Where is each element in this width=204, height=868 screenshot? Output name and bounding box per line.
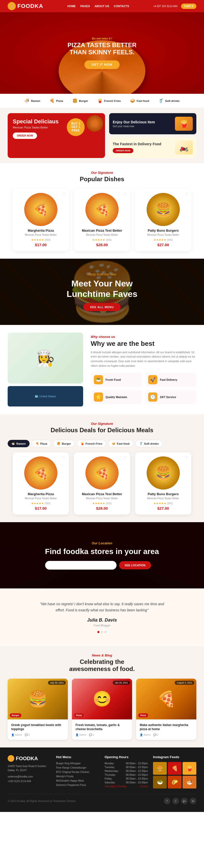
blog-label: News & Blog bbox=[8, 653, 196, 657]
deal-cat-burger[interactable]: 🍔 Burger bbox=[53, 440, 75, 447]
deal-cat-drinks[interactable]: 🥤 Soft drinks bbox=[136, 440, 163, 447]
hours-day-3: Thursday: bbox=[105, 773, 116, 776]
deal-price-1: $28.00 bbox=[78, 506, 126, 510]
dish-heart-0[interactable]: ♡ bbox=[62, 192, 66, 197]
deal-heart-2[interactable]: ♡ bbox=[185, 456, 188, 460]
promo-card-delivery: The Fastest in Delivery Food ORDER NOW 🏍… bbox=[109, 137, 196, 158]
twitter-icon[interactable]: t bbox=[172, 798, 179, 804]
find-stores-content: Our Location Find foodka stores in your … bbox=[45, 541, 159, 569]
blog-title: Celebrating the awesomeness of food. bbox=[8, 658, 196, 673]
pizza-icon: 🍕 bbox=[50, 98, 55, 103]
footer-hours-title: Opening Hours bbox=[105, 755, 148, 759]
deals-signature-label: Our Signature bbox=[8, 422, 196, 426]
fastfood-icon: 🥪 bbox=[130, 98, 135, 103]
dish-image-2: 🍔 bbox=[147, 193, 180, 226]
why-text: It should include allergen and nutrition… bbox=[91, 350, 196, 368]
deal-cat-pizza-icon: 🍕 bbox=[35, 442, 39, 445]
nav-about[interactable]: ABOUT US bbox=[95, 5, 109, 8]
deal-desc-1: Mexican Pizza Tastes Better bbox=[78, 497, 126, 500]
drinks-icon: 🥤 bbox=[158, 98, 164, 103]
deal-reviews-1: (680) bbox=[106, 502, 112, 505]
find-title: Find foodka stores in your area bbox=[45, 547, 159, 556]
find-search-bar: SEE LOCATION bbox=[45, 561, 159, 569]
cart-button[interactable]: CART 0 bbox=[181, 4, 196, 9]
deal-cat-fries-label: French Fries bbox=[85, 442, 102, 445]
footer-menu-item-4[interactable]: McDonald's Happy Meal bbox=[56, 779, 99, 782]
insta-img-0[interactable]: 🍔 bbox=[153, 762, 167, 775]
find-search-input[interactable] bbox=[45, 561, 117, 569]
footer-menu-item-1[interactable]: Free Range Cheeseburger bbox=[56, 766, 99, 769]
hours-row-1: Tuesday: 08:00am - 10:30pm bbox=[105, 766, 148, 769]
promo-card-delivery-btn[interactable]: ORDER NOW bbox=[113, 148, 134, 153]
category-burger-label: Burger bbox=[79, 99, 88, 102]
blog-card-1: 😊 Pizza Jan 29, 2021 Fresh tomato, tomat… bbox=[72, 679, 132, 740]
footer-menu-col: Hot Menu Burger King Whopper Free Range … bbox=[56, 755, 99, 789]
insta-img-4[interactable]: 🌮 bbox=[168, 776, 181, 788]
footer-menu-item-3[interactable]: Wendy's Frosty bbox=[56, 775, 99, 778]
blog-image-0: 🍔 Burger July 30, 2021 bbox=[8, 679, 68, 719]
dot-2[interactable] bbox=[105, 631, 107, 633]
hours-time-5: 08:00am - 10:30pm bbox=[126, 781, 148, 784]
lunchtime-button[interactable]: SEE ALL MENU bbox=[83, 303, 120, 311]
hours-time-3: 08:00am - 10:30pm bbox=[126, 773, 148, 776]
deal-cat-pizza[interactable]: 🍕 Pizza bbox=[32, 440, 51, 447]
category-ramen[interactable]: 🍜 Ramen bbox=[20, 97, 45, 105]
insta-img-1[interactable]: 🍕 bbox=[168, 762, 181, 775]
dish-price-0: $17.00 bbox=[17, 243, 65, 247]
blog-title-line1: Celebrating the bbox=[80, 658, 124, 665]
deal-cat-ramen[interactable]: 🍜 Ramen bbox=[8, 440, 30, 447]
blog-body-2: Make authentic Italian margherita pizza … bbox=[136, 719, 196, 740]
category-burger[interactable]: 🍔 Burger bbox=[68, 97, 93, 105]
deal-cat-ramen-label: Ramen bbox=[16, 442, 26, 445]
facebook-icon[interactable]: f bbox=[164, 798, 170, 804]
deal-name-0: Margherita Pizza bbox=[17, 492, 65, 496]
footer-about-col: 🍕 FOODKA 14455 Trans East Road 9 Goshen … bbox=[8, 755, 51, 789]
google-icon[interactable]: g+ bbox=[181, 798, 188, 804]
blog-meta-2: 👤 Admin 💬 2 bbox=[140, 734, 193, 736]
dish-heart-1[interactable]: ♡ bbox=[123, 192, 127, 197]
category-pizza[interactable]: 🍕 Pizza bbox=[45, 97, 68, 105]
nav-pages[interactable]: PAGES bbox=[80, 5, 90, 8]
why-features: 🥗 Fresh Food 🚀 Fast Delivery ⭐ Quality M… bbox=[91, 373, 196, 404]
hours-day-1: Tuesday: bbox=[105, 766, 115, 769]
testimonial-section: "We have no regrets! I don't know what e… bbox=[0, 588, 204, 646]
footer-menu-item-0[interactable]: Burger King Whopper bbox=[56, 762, 99, 765]
footer-copyright: © 2022 Foodka, All Rights Reserved by Th… bbox=[8, 800, 76, 803]
deal-cat-drinks-label: Soft drinks bbox=[144, 442, 158, 445]
blog-badge-1: Pizza bbox=[74, 713, 84, 717]
deal-heart-0[interactable]: ♡ bbox=[62, 456, 66, 460]
footer-menu-item-5[interactable]: Domino's Pepperoni Pizza bbox=[56, 784, 99, 786]
deal-price-0: $17.00 bbox=[17, 506, 65, 510]
deal-cat-fastfood[interactable]: 🥪 Fast food bbox=[108, 440, 134, 447]
dish-desc-1: Mexican Pizza Tastes Better bbox=[78, 234, 126, 236]
deal-image-2: 🍔 bbox=[147, 457, 180, 490]
footer-menu-item-2[interactable]: BTO Original Recipe Chicken bbox=[56, 771, 99, 773]
promo-card-enjoy-sub: Get your meal now bbox=[113, 125, 175, 128]
hours-day-2: Wednesday: bbox=[105, 770, 119, 772]
promo-order-button[interactable]: ORDER NOW bbox=[13, 132, 37, 139]
dish-reviews-0: (880) bbox=[45, 239, 51, 241]
linkedin-icon[interactable]: in bbox=[190, 798, 196, 804]
insta-img-3[interactable]: 🥗 bbox=[153, 776, 167, 788]
deal-heart-1[interactable]: ♡ bbox=[123, 456, 127, 460]
promo-badge: BUY 2 GET 1 FREE bbox=[67, 118, 85, 136]
category-drinks[interactable]: 🥤 Soft drinks bbox=[154, 97, 184, 105]
category-drinks-label: Soft drinks bbox=[165, 99, 179, 102]
promo-card-delivery-content: The Fastest in Delivery Food ORDER NOW bbox=[113, 142, 175, 153]
deal-reviews-2: (880) bbox=[167, 502, 173, 505]
find-location-button[interactable]: SEE LOCATION bbox=[119, 561, 151, 569]
insta-img-5[interactable]: 🍜 bbox=[182, 776, 196, 788]
hero-cta-button[interactable]: GET IT NOW bbox=[84, 60, 119, 69]
hours-time-6: Closed bbox=[140, 785, 148, 788]
deal-cat-fries[interactable]: 🍟 French Fries bbox=[77, 440, 106, 447]
deal-stars-1: ★★★★★ (680) bbox=[78, 502, 126, 505]
category-fastfood[interactable]: 🥪 Fast food bbox=[125, 97, 154, 105]
dot-0[interactable] bbox=[97, 631, 99, 633]
insta-img-2[interactable]: 🍟 bbox=[182, 762, 196, 775]
nav-home[interactable]: HOME bbox=[67, 5, 76, 8]
category-fries[interactable]: 🍟 French Fries bbox=[93, 97, 125, 105]
nav-contacts[interactable]: CONTACTS bbox=[114, 5, 129, 8]
hours-row-4: Friday: 08:00am - 10:30pm bbox=[105, 777, 148, 780]
dish-heart-2[interactable]: ♡ bbox=[185, 192, 188, 197]
dot-1[interactable] bbox=[101, 631, 103, 633]
